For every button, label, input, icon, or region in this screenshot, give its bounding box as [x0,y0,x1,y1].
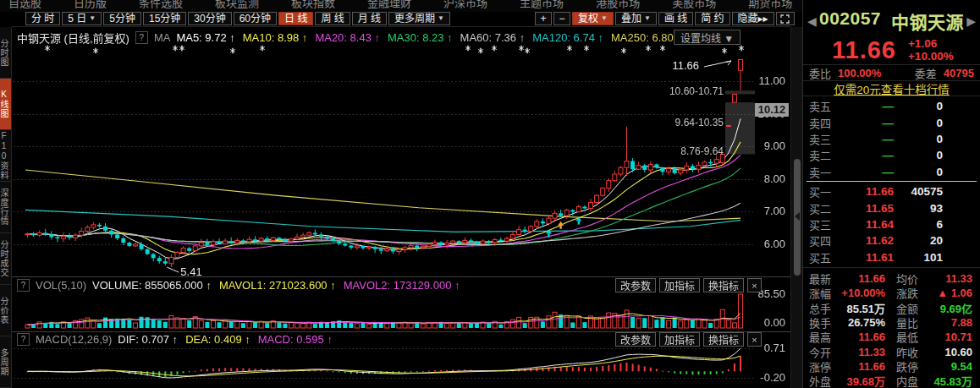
ma-values: MA5: 9.72 ↑MA10: 8.98 ↑MA20: 8.43 ↑MA30:… [176,31,681,44]
sidebar-item-分价表[interactable]: 分价表 [0,285,11,336]
tool-button[interactable]: 复权▼ [572,12,614,25]
help-icon[interactable]: ? [17,279,30,292]
orderbook-price: — [838,117,894,129]
indicator-param-button[interactable]: 换指标 [703,278,744,292]
orderbook-row: 买三11.646 [803,216,980,232]
close-icon[interactable]: × [747,332,762,347]
stat-value: 39.68万 [840,373,896,388]
tool-button[interactable]: 隐藏▸▸ [732,12,774,25]
ma-settings-button[interactable]: 设置均线 ▼ [674,30,741,45]
indicator-value: MAVOL1: 271023.600 ↑ [219,279,336,292]
indicator-value: MA10: 8.98 ↑ [243,31,308,44]
indicator-param-button[interactable]: 加指标 [659,278,700,292]
stat-value: 11.66 [840,331,896,343]
orderbook-row: 买二11.6593 [803,199,980,216]
sidebar-item-K线图[interactable]: K线图 [0,79,11,130]
zoom-out-button[interactable]: − [553,12,570,25]
sidebar-item-label: 深度行情 [0,189,10,226]
price-change: +1.06 [908,37,954,50]
top-menu-item[interactable]: 板块监测 [215,0,259,10]
orderbook-level-label: 买三 [809,216,838,232]
volume-pane-header: ? VOL(5,10) VOLUME: 855065.000 ↑MAVOL1: … [17,279,460,292]
stat-label: 外盘 [809,373,840,388]
kline-title: 中钢天源 (日线,前复权) [17,30,129,46]
indicator-value: VOLUME: 855065.000 ↑ [92,279,212,292]
period-button[interactable]: 5 日▼ [62,12,102,25]
stat-label: 涨幅 [809,285,840,301]
period-button[interactable]: 15分钟 [143,12,186,25]
orderbook-volume: 20 [894,234,943,247]
tool-button[interactable]: 简 约 [695,12,729,25]
chart-toolbar: 分 时5 日▼5分钟15分钟30分钟60分钟日 线周 线月 线更多周期▼ +−复… [12,12,790,27]
indicator-param-button[interactable]: 加指标 [659,332,700,347]
period-button[interactable]: 日 线 [278,12,313,25]
top-menu-item[interactable]: 条件选股 [139,0,183,10]
stat-label: 昨收 [896,344,927,360]
orderbook-row: 卖一—0 [803,164,980,180]
close-icon[interactable]: × [747,278,762,292]
orderbook-level-label: 卖三 [809,131,838,147]
help-icon[interactable]: ? [17,333,30,346]
indicator-value: DIF: 0.707 ↑ [118,333,178,346]
period-button[interactable]: 周 线 [315,12,350,25]
period-button-group: 分 时5 日▼5分钟15分钟30分钟60分钟日 线周 线月 线更多周期▼ [25,12,450,25]
stats-grid: 最新11.66均价11.33涨幅+10.00%涨跌▲ 1.06总手85.51万金… [803,271,980,388]
top-menu-item[interactable]: 金融理财 [367,0,411,10]
stat-label: 今开 [809,344,840,360]
tool-button[interactable]: 画 线 [658,12,693,25]
period-button[interactable]: 月 线 [352,12,387,25]
sidebar-item-label: F10资料 [0,131,10,180]
indicator-param-button[interactable]: 改参数 [615,278,656,292]
sidebar-item-多周期[interactable]: 多周期 [0,336,11,388]
sidebar-item-label: 分时成交 [0,240,10,277]
top-menu-item[interactable]: 港股市场 [596,0,640,10]
sidebar-item-label: 分时图 [0,39,10,67]
orderbook-price: — [838,166,894,178]
top-menu-item[interactable]: 主题市场 [520,0,564,10]
top-menu-item[interactable]: 板块指数 [291,0,335,10]
sidebar-item-F10资料[interactable]: F10资料 [0,130,11,182]
top-menu-item[interactable]: 日历版 [74,0,107,10]
level2-promo-link[interactable]: 仅需20元查看十档行情 [834,80,950,97]
sidebar-item-分时图[interactable]: 分时图 [0,27,11,79]
stock-code: 002057 [819,8,881,34]
period-button[interactable]: 5分钟 [103,12,141,25]
period-button[interactable]: 30分钟 [188,12,231,25]
fullscreen-button[interactable] [776,12,795,25]
next-stock-button[interactable]: ▶ [966,14,976,28]
top-menu-item[interactable]: 沪深市场 [443,0,487,10]
chevron-down-icon: ▼ [438,15,444,22]
period-button[interactable]: 分 时 [25,12,60,25]
panel-splitter[interactable] [790,27,802,388]
orderbook-divider [807,181,977,182]
vol-indicator-name: VOL(5,10) [36,279,86,292]
quote-panel: ◀ 002057 中钢天源 ▶ 11.66 +1.06 +10.00% 委比 1… [802,0,980,388]
indicator-param-button[interactable]: 换指标 [703,332,744,347]
prev-stock-button[interactable]: ◀ [807,14,817,28]
period-button[interactable]: 60分钟 [234,12,277,25]
orderbook-level-label: 买二 [809,200,838,216]
price-change-pct: +10.00% [908,50,954,63]
stat-row: 今开11.33昨收10.60 [803,344,980,358]
help-icon[interactable]: ? [135,31,148,44]
indicator-param-button[interactable]: 改参数 [615,332,656,347]
stat-row: 涨幅+10.00%涨跌▲ 1.06 [803,286,980,300]
sidebar-item-深度行情[interactable]: 深度行情 [0,182,11,233]
sidebar-item-分时成交[interactable]: 分时成交 [0,233,11,285]
weibi-label: 委比 [809,65,831,81]
top-menu-item[interactable]: 期货市场 [748,0,792,10]
top-menu-item[interactable]: 自选股 [8,0,41,10]
vol-values: VOLUME: 855065.000 ↑MAVOL1: 271023.600 ↑… [92,279,460,292]
orderbook-row: 买一11.6640575 [803,183,980,199]
weibi-row: 委比 100.00% 委差 40795 [803,64,980,80]
zoom-in-button[interactable]: + [535,12,552,25]
orderbook-level-label: 买一 [809,183,838,199]
tool-button[interactable]: 叠加▼ [615,12,657,25]
period-button[interactable]: 更多周期▼ [388,12,450,25]
stat-label: 最高 [809,329,840,345]
top-menu-item[interactable]: 美股市场 [672,0,716,10]
macd-values: DIF: 0.707 ↑DEA: 0.409 ↑MACD: 0.595 ↑ [118,333,333,346]
orderbook-row: 卖二—0 [803,147,980,163]
stats-divider [803,267,980,268]
vol-pane-buttons: 改参数加指标换指标× [615,278,762,292]
